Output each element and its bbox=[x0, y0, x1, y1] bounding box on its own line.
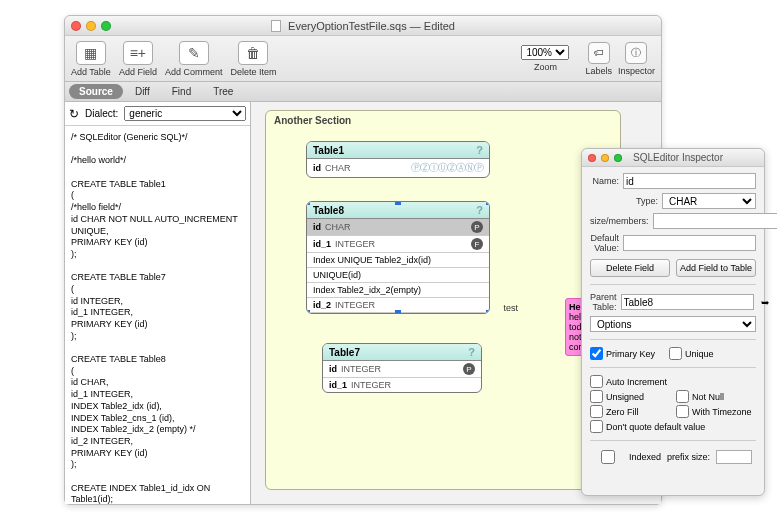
table-name: Table8 bbox=[313, 205, 344, 216]
prefix-size-field[interactable] bbox=[716, 450, 752, 464]
minimize-icon[interactable] bbox=[601, 154, 609, 162]
inspector-titlebar: SQLEditor Inspector bbox=[582, 149, 764, 167]
fk-badge-icon: F bbox=[471, 238, 483, 250]
indexed-check[interactable]: Indexed bbox=[590, 450, 661, 464]
table-icon: ▦ bbox=[76, 41, 106, 65]
delete-field-button[interactable]: Delete Field bbox=[590, 259, 670, 277]
resize-handle[interactable] bbox=[395, 310, 401, 314]
close-icon[interactable] bbox=[588, 154, 596, 162]
relation-label: test bbox=[503, 303, 518, 313]
add-field-to-table-button[interactable]: Add Field to Table bbox=[676, 259, 756, 277]
with-timezone-check[interactable]: With Timezone bbox=[676, 405, 756, 418]
window-title: EveryOptionTestFile.sqs — Edited bbox=[65, 20, 661, 32]
name-field[interactable] bbox=[623, 173, 756, 189]
field-row[interactable]: Index Table2_idx_2(empty) bbox=[307, 283, 489, 298]
default-field[interactable] bbox=[623, 235, 756, 251]
size-field[interactable] bbox=[653, 213, 777, 229]
unique-check[interactable]: Unique bbox=[669, 347, 714, 360]
pk-badge-icon: P bbox=[471, 221, 483, 233]
primary-key-check[interactable]: Primary Key bbox=[590, 347, 655, 360]
tab-tree[interactable]: Tree bbox=[203, 84, 243, 99]
table-table8[interactable]: Table8? idCHARP id_1INTEGERF Index UNIQU… bbox=[306, 201, 490, 314]
table-table7[interactable]: Table7? idINTEGERP id_1INTEGER bbox=[322, 343, 482, 393]
main-window: EveryOptionTestFile.sqs — Edited ▦Add Ta… bbox=[64, 15, 662, 505]
tab-find[interactable]: Find bbox=[162, 84, 201, 99]
field-row-selected[interactable]: idCHARP bbox=[307, 219, 489, 236]
type-select[interactable]: CHAR bbox=[662, 193, 756, 209]
not-null-check[interactable]: Not Null bbox=[676, 390, 756, 403]
default-label: Default Value: bbox=[590, 233, 619, 253]
table-name: Table1 bbox=[313, 145, 344, 156]
section-title: Another Section bbox=[274, 115, 612, 126]
field-row[interactable]: UNIQUE(id) bbox=[307, 268, 489, 283]
tab-source[interactable]: Source bbox=[69, 84, 123, 99]
field-icon: ≡+ bbox=[123, 41, 153, 65]
help-icon[interactable]: ? bbox=[468, 346, 475, 358]
prefix-size-label: prefix size: bbox=[667, 452, 710, 462]
add-field-button[interactable]: ≡+Add Field bbox=[119, 41, 157, 77]
inspector-title: SQLEditor Inspector bbox=[622, 152, 734, 163]
sidebar-head: ↻ Dialect: generic bbox=[65, 102, 250, 126]
field-row[interactable]: idINTEGERP bbox=[323, 361, 481, 378]
dialect-select[interactable]: generic bbox=[124, 106, 246, 121]
info-icon: ⓘ bbox=[625, 42, 647, 64]
size-label: size/members: bbox=[590, 216, 649, 226]
field-row[interactable]: id_1INTEGER bbox=[323, 378, 481, 392]
help-icon[interactable]: ? bbox=[476, 144, 483, 156]
field-badges: ⓅⓏⒾⓊⓏⒶⓃⓅ bbox=[411, 161, 483, 175]
zoom-select: 100% bbox=[521, 45, 569, 60]
toolbar: ▦Add Table ≡+Add Field ✎Add Comment 🗑Del… bbox=[65, 36, 661, 82]
field-row[interactable]: id_1INTEGERF bbox=[307, 236, 489, 253]
sql-source[interactable]: /* SQLEditor (Generic SQL)*/ /*hello wor… bbox=[65, 126, 250, 504]
zero-fill-check[interactable]: Zero Fill bbox=[590, 405, 670, 418]
source-sidebar: ↻ Dialect: generic /* SQLEditor (Generic… bbox=[65, 102, 251, 504]
dialect-label: Dialect: bbox=[85, 108, 118, 119]
trash-icon: 🗑 bbox=[238, 41, 268, 65]
inspector-panel: SQLEditor Inspector Name: Type:CHAR size… bbox=[581, 148, 765, 496]
options-select[interactable]: Options bbox=[590, 316, 756, 332]
document-icon bbox=[271, 20, 281, 32]
goto-table-icon[interactable]: ➥ bbox=[758, 297, 772, 308]
parent-label: Parent Table: bbox=[590, 292, 617, 312]
type-label: Type: bbox=[590, 196, 658, 206]
resize-handle[interactable] bbox=[486, 310, 490, 314]
tab-diff[interactable]: Diff bbox=[125, 84, 160, 99]
resize-handle[interactable] bbox=[306, 310, 310, 314]
resize-handle[interactable] bbox=[486, 201, 490, 205]
add-comment-button[interactable]: ✎Add Comment bbox=[165, 41, 223, 77]
tag-icon: 🏷 bbox=[588, 42, 610, 64]
resize-handle[interactable] bbox=[306, 201, 310, 205]
unsigned-check[interactable]: Unsigned bbox=[590, 390, 670, 403]
help-icon[interactable]: ? bbox=[476, 204, 483, 216]
parent-field[interactable] bbox=[621, 294, 754, 310]
titlebar: EveryOptionTestFile.sqs — Edited bbox=[65, 16, 661, 36]
auto-increment-check[interactable]: Auto Increment bbox=[590, 375, 670, 388]
table-name: Table7 bbox=[329, 347, 360, 358]
table-table1[interactable]: Table1? idCHARⓅⓏⒾⓊⓏⒶⓃⓅ bbox=[306, 141, 490, 178]
inspector-toggle[interactable]: ⓘInspector bbox=[618, 42, 655, 76]
name-label: Name: bbox=[590, 176, 619, 186]
add-table-button[interactable]: ▦Add Table bbox=[71, 41, 111, 77]
pk-badge-icon: P bbox=[463, 363, 475, 375]
comment-icon: ✎ bbox=[179, 41, 209, 65]
view-tabs: Source Diff Find Tree bbox=[65, 82, 661, 102]
zoom-control[interactable]: 100% Zoom bbox=[521, 45, 569, 72]
resize-handle[interactable] bbox=[395, 201, 401, 205]
field-row[interactable]: Index UNIQUE Table2_idx(id) bbox=[307, 253, 489, 268]
labels-toggle[interactable]: 🏷Labels bbox=[585, 42, 612, 76]
dont-quote-check[interactable]: Don't quote default value bbox=[590, 420, 756, 433]
content: ↻ Dialect: generic /* SQLEditor (Generic… bbox=[65, 102, 661, 504]
reload-icon[interactable]: ↻ bbox=[69, 107, 79, 121]
delete-item-button[interactable]: 🗑Delete Item bbox=[230, 41, 276, 77]
zoom-icon[interactable] bbox=[614, 154, 622, 162]
